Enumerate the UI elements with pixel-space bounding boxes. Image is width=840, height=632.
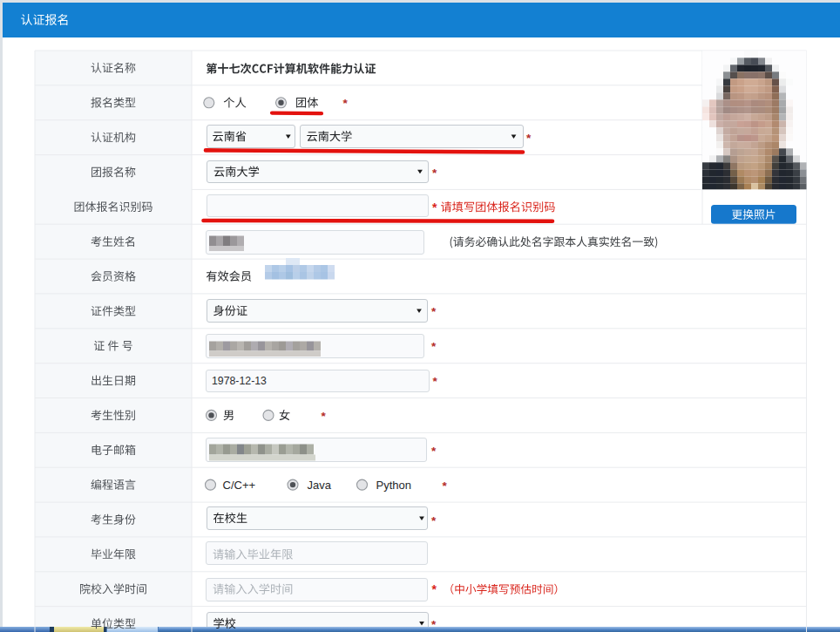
svg-text:*: * bbox=[321, 410, 326, 423]
svg-text:*: * bbox=[431, 340, 437, 353]
svg-text:*: * bbox=[431, 445, 437, 458]
svg-text:*: * bbox=[431, 618, 437, 631]
svg-text:*: * bbox=[431, 305, 437, 318]
svg-text:*: * bbox=[432, 582, 437, 596]
svg-text:1978-12-13: 1978-12-13 bbox=[212, 375, 267, 387]
svg-text:*: * bbox=[526, 132, 532, 145]
svg-text:*: * bbox=[431, 514, 437, 527]
svg-text:*: * bbox=[432, 166, 437, 180]
svg-text:C/C++: C/C++ bbox=[223, 479, 256, 492]
svg-text:*: * bbox=[432, 200, 437, 214]
svg-text:*: * bbox=[432, 375, 437, 388]
svg-text:*: * bbox=[342, 97, 348, 110]
svg-text:Python: Python bbox=[376, 479, 411, 492]
svg-text:Java: Java bbox=[308, 479, 332, 492]
svg-text:*: * bbox=[442, 479, 447, 493]
